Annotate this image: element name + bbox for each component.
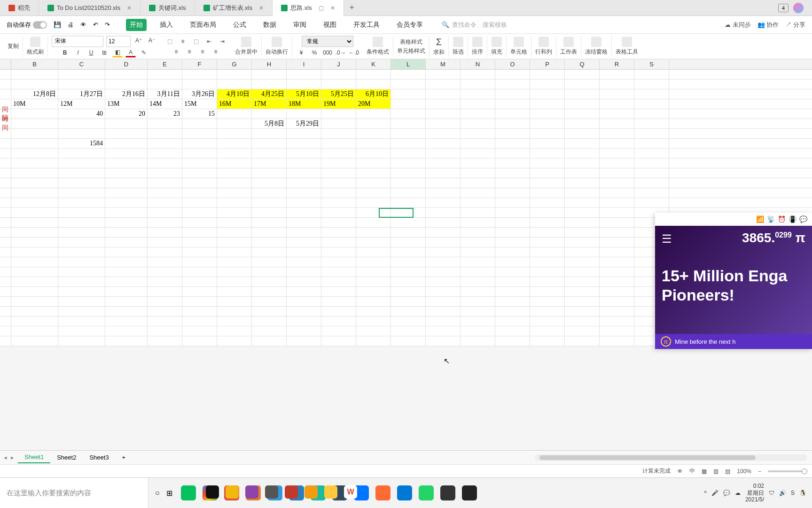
app-icon[interactable] [245, 485, 258, 499]
col-header[interactable]: S [634, 59, 669, 69]
app-icon[interactable] [285, 485, 298, 499]
cell[interactable]: 13M [105, 99, 148, 109]
ime-tray-icon[interactable]: S [791, 490, 795, 496]
horizontal-scrollbar[interactable] [535, 454, 807, 461]
view-normal-icon[interactable]: ▦ [702, 468, 707, 475]
font-family-select[interactable] [52, 36, 103, 47]
col-header[interactable]: K [356, 59, 391, 69]
sheet-nav-prev[interactable]: ◂ [4, 454, 7, 461]
wechat-icon[interactable] [181, 485, 196, 500]
align-middle-icon[interactable]: ≡ [178, 37, 188, 46]
wps-icon[interactable]: W [344, 485, 357, 499]
menu-devtools[interactable]: 开发工具 [350, 19, 383, 31]
cell[interactable]: 6月10日 [356, 89, 391, 99]
menu-pagelayout[interactable]: 页面布局 [186, 19, 220, 31]
copy-button[interactable]: 复制 [8, 42, 19, 50]
cell[interactable]: 23 [148, 109, 182, 119]
view-page-icon[interactable]: ▥ [713, 468, 718, 475]
cell[interactable]: 5月8日 [252, 119, 287, 128]
mic-icon[interactable]: 🎤 [711, 490, 718, 496]
align-top-icon[interactable]: ⬚ [164, 37, 175, 46]
align-bottom-icon[interactable]: ⬚ [191, 37, 201, 46]
coop-button[interactable]: 👥 协作 [757, 21, 779, 29]
freeze-icon[interactable] [591, 37, 601, 47]
explorer-icon[interactable] [324, 485, 337, 499]
col-header[interactable]: G [217, 59, 252, 69]
sheet-tab-1[interactable]: Sheet1 [18, 452, 50, 463]
align-left-icon[interactable]: ≡ [171, 47, 181, 56]
rowcol-icon[interactable] [539, 37, 549, 47]
cell[interactable]: 15 [182, 109, 217, 119]
select-all-corner[interactable] [0, 59, 11, 69]
wrap-icon[interactable] [272, 37, 282, 47]
app-icon[interactable] [304, 485, 318, 499]
inc-decimal-icon[interactable]: .0→ [336, 48, 346, 57]
new-tab-button[interactable]: + [344, 3, 360, 13]
window-count-badge[interactable]: 4 [778, 4, 789, 12]
qq-icon[interactable] [440, 485, 455, 500]
sort-icon[interactable] [472, 37, 483, 47]
cell[interactable]: 12月8日 [11, 89, 58, 99]
scrollbar-thumb[interactable] [539, 455, 756, 460]
close-icon[interactable]: ✕ [330, 5, 335, 11]
tblstyle-button[interactable]: 表格样式 [400, 38, 422, 46]
col-header[interactable]: L [391, 59, 426, 69]
app-icon[interactable] [265, 485, 278, 499]
app-icon[interactable] [397, 485, 412, 500]
col-header[interactable]: Q [565, 59, 600, 69]
bold-button[interactable]: B [60, 48, 70, 57]
comma-icon[interactable]: 000 [322, 48, 333, 57]
preview-icon[interactable]: 👁 [80, 21, 86, 28]
onedrive-icon[interactable]: ☁ [735, 490, 741, 496]
dec-decimal-icon[interactable]: ←.0 [349, 48, 359, 57]
cell[interactable]: 5月10日 [287, 89, 321, 99]
cell[interactable]: 4月10日 [217, 89, 252, 99]
cell[interactable]: 3月11日 [148, 89, 182, 99]
cellstyle-button[interactable]: 单元格样式 [397, 47, 425, 55]
merge-icon[interactable] [241, 37, 251, 47]
chat-tray-icon[interactable]: 💬 [723, 490, 730, 496]
font-color-button[interactable]: A [125, 48, 136, 57]
tab-daoke[interactable]: 稻壳 [0, 0, 39, 16]
col-header[interactable]: J [321, 59, 356, 69]
avatar-icon[interactable] [793, 3, 804, 13]
italic-button[interactable]: I [73, 48, 83, 57]
app-icon[interactable] [206, 485, 219, 499]
underline-button[interactable]: U [86, 48, 96, 57]
cell[interactable]: 16M [217, 99, 252, 109]
tools-icon[interactable] [622, 37, 632, 47]
close-icon[interactable]: ✕ [259, 5, 264, 11]
percent-icon[interactable]: % [309, 48, 320, 57]
align-right-icon[interactable]: ≡ [197, 47, 208, 56]
cell[interactable]: 20M [356, 99, 391, 109]
cell[interactable]: 4月25日 [252, 89, 287, 99]
menu-start[interactable]: 开始 [126, 19, 147, 31]
view-break-icon[interactable]: ▤ [725, 468, 730, 475]
cortana-icon[interactable]: ○ [155, 489, 160, 497]
close-icon[interactable]: ✕ [127, 5, 132, 11]
col-header[interactable]: H [252, 59, 287, 69]
cell[interactable]: 1584 [58, 139, 105, 148]
cell[interactable]: 40 [58, 109, 105, 119]
col-header[interactable]: C [58, 59, 105, 69]
col-header[interactable]: B [11, 59, 58, 69]
ime-icon[interactable]: 中 [689, 467, 695, 475]
clock[interactable]: 0:02 星期日 2021/5/ [745, 483, 764, 503]
filter-icon[interactable] [453, 37, 463, 47]
number-format-select[interactable]: 常规 [302, 36, 353, 47]
col-header[interactable]: D [105, 59, 148, 69]
command-search[interactable]: 🔍 查找命令、搜索模板 [442, 21, 507, 29]
fill-icon[interactable] [492, 37, 502, 47]
add-sheet-button[interactable]: + [116, 452, 133, 463]
whatsapp-taskbar-icon[interactable] [419, 485, 434, 500]
eye-icon[interactable]: 👁 [677, 468, 683, 475]
format-painter-icon[interactable] [30, 37, 40, 47]
cell[interactable]: 5月29日 [287, 119, 321, 128]
windows-search[interactable]: 在这里输入你要搜索的内容 [0, 478, 148, 508]
taskview-icon[interactable]: ⊞ [166, 489, 172, 498]
tab-silu[interactable]: 思路.xls▢✕ [273, 0, 344, 16]
unsync-button[interactable]: ☁ 未同步 [725, 21, 751, 29]
menu-data[interactable]: 数据 [259, 19, 280, 31]
tab-miner[interactable]: 矿工增长表.xls✕ [195, 0, 273, 16]
cell[interactable]: 3月26日 [182, 89, 217, 99]
